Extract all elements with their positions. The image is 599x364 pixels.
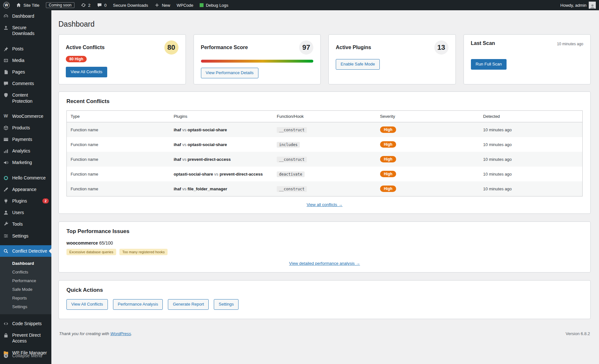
main-content: Dashboard Active Conflicts 80 80 High Vi… <box>51 10 599 364</box>
sidebar-item-media[interactable]: Media <box>0 55 51 66</box>
sidebar-item-plugins[interactable]: Plugins2 <box>0 195 51 207</box>
upload-icon <box>3 25 9 30</box>
updates-icon <box>81 3 86 8</box>
quick-action-generate-report[interactable]: Generate Report <box>168 299 209 310</box>
sidebar-item-label: Tools <box>12 221 49 227</box>
conflict-hook: deactivate <box>273 167 376 181</box>
submenu-item-settings[interactable]: Settings <box>0 302 51 311</box>
card-icon <box>3 136 9 142</box>
severity-badge: High <box>380 126 396 133</box>
table-row: Function nameihaf vs prevent-direct-acce… <box>67 152 583 167</box>
sidebar-item-comments[interactable]: Comments <box>0 78 51 89</box>
sidebar-item-settings[interactable]: Settings <box>0 230 51 242</box>
sidebar-item-collapse-menu[interactable]: Collapse Menu <box>0 350 51 361</box>
howdy-label: Howdy, admin <box>560 3 586 8</box>
sidebar-item-payments[interactable]: Payments <box>0 134 51 145</box>
sidebar-item-label: Code Snippets <box>12 321 49 326</box>
sidebar-item-label: Posts <box>12 46 49 52</box>
new-menu[interactable]: New <box>151 0 173 10</box>
performance-analysis-link[interactable]: View detailed performance analysis → <box>66 261 583 266</box>
submenu-item-reports[interactable]: Reports <box>0 294 51 302</box>
comments-icon <box>97 3 102 8</box>
sidebar-item-content-protection[interactable]: Content Protection <box>0 89 51 107</box>
sidebar-item-marketing[interactable]: Marketing <box>0 157 51 168</box>
sidebar-item-posts[interactable]: Posts <box>0 43 51 55</box>
submenu-item-conflicts[interactable]: Conflicts <box>0 268 51 276</box>
view-all-conflicts-link[interactable]: View all conflicts → <box>66 202 583 207</box>
page-title: Dashboard <box>58 20 591 29</box>
account-menu[interactable]: Howdy, admin <box>557 0 599 10</box>
column-header-severity: Severity <box>376 111 479 122</box>
sidebar-item-products[interactable]: Products <box>0 122 51 134</box>
sidebar-item-hello-commerce[interactable]: Hello Commerce <box>0 172 51 184</box>
wordpress-menu[interactable]: W <box>0 0 13 10</box>
wpcode-menu[interactable]: WPCode <box>173 0 196 10</box>
new-label: New <box>162 3 170 8</box>
quick-action-settings[interactable]: Settings <box>214 299 239 310</box>
debug-logs-menu[interactable]: Debug Logs <box>196 0 231 10</box>
comments-indicator[interactable]: 0 <box>94 0 110 10</box>
issue-tag-too-many-registered-hooks: Too many registered hooks <box>119 249 168 255</box>
sidebar-item-dashboard[interactable]: Dashboard <box>0 10 51 22</box>
conflict-plugins: ihaf vs file_folder_manager <box>170 181 273 196</box>
conflict-severity: High <box>376 152 479 167</box>
sidebar-item-secure-downloads[interactable]: Secure Downloads <box>0 22 51 39</box>
comment-icon <box>3 81 9 86</box>
conflict-plugins: ihaf vs prevent-direct-access <box>170 152 273 167</box>
wordpress-link[interactable]: WordPress <box>110 331 131 336</box>
sidebar-item-label: Settings <box>12 233 49 239</box>
sidebar-item-label: Payments <box>12 136 49 142</box>
quick-action-view-all-conflicts[interactable]: View All Conflicts <box>66 299 108 310</box>
conflict-severity: High <box>376 137 479 152</box>
dashboard-icon <box>3 13 9 19</box>
conflict-detected: 10 minutes ago <box>479 167 582 181</box>
conflict-hook: __construct <box>273 181 376 196</box>
updates-indicator[interactable]: 2 <box>78 0 94 10</box>
submenu-item-performance[interactable]: Performance <box>0 276 51 285</box>
conflict-plugins: ihaf vs optasti-social-share <box>170 122 273 137</box>
conflict-type: Function name <box>67 122 170 137</box>
performance-issues-panel: Top Performance Issues woocommerce 65/10… <box>58 221 591 273</box>
view-all-conflicts-button[interactable]: View All Conflicts <box>66 67 107 77</box>
tools-icon <box>3 221 9 227</box>
sidebar-item-users[interactable]: Users <box>0 207 51 218</box>
sidebar-item-label: Conflict Detective <box>12 248 49 254</box>
sidebar-item-woocommerce[interactable]: WWooCommerce <box>0 110 51 122</box>
site-title-link[interactable]: Site Title <box>13 0 43 10</box>
column-header-function-hook: Function/Hook <box>273 111 376 122</box>
active-plugins-card: Active Plugins 13 Enable Safe Mode <box>328 34 456 84</box>
plug-icon <box>3 198 9 204</box>
performance-plugin-score-value: 65/100 <box>99 240 113 246</box>
conflict-detected: 10 minutes ago <box>479 122 582 137</box>
sidebar-item-tools[interactable]: Tools <box>0 218 51 230</box>
footer-version: Version 6.8.2 <box>566 331 590 336</box>
last-scan-card: Last Scan 10 minutes ago Run Full Scan <box>464 34 591 84</box>
severity-badge: High <box>380 186 396 192</box>
collapse-icon <box>3 353 9 359</box>
conflict-plugins: ihaf vs optasti-social-share <box>170 137 273 152</box>
shield-icon <box>3 92 9 98</box>
view-performance-details-button[interactable]: View Performance Details <box>201 68 258 78</box>
card-title-active-plugins: Active Plugins <box>336 45 371 50</box>
performance-gradient-bar <box>201 60 314 63</box>
run-full-scan-button[interactable]: Run Full Scan <box>471 59 507 70</box>
sidebar-item-code-snippets[interactable]: Code Snippets <box>0 318 51 329</box>
sidebar-item-label: Media <box>12 57 49 63</box>
sidebar-item-prevent-direct-access[interactable]: Prevent Direct Access <box>0 329 51 347</box>
submenu-item-dashboard[interactable]: Dashboard <box>0 259 51 268</box>
sidebar-item-pages[interactable]: Pages <box>0 66 51 78</box>
pin-icon <box>3 46 9 52</box>
submenu-item-safe-mode[interactable]: Safe Mode <box>0 285 51 294</box>
sidebar-item-analytics[interactable]: Analytics <box>0 145 51 157</box>
sidebar-item-appearance[interactable]: Appearance <box>0 184 51 195</box>
secure-downloads-label: Secure Downloads <box>113 3 148 8</box>
performance-plugin-name: woocommerce <box>66 240 98 246</box>
sidebar-item-conflict-detective[interactable]: Conflict Detective <box>0 245 51 257</box>
quick-action-performance-analysis[interactable]: Performance Analysis <box>113 299 163 310</box>
enable-safe-mode-button[interactable]: Enable Safe Mode <box>336 59 380 70</box>
secure-downloads-menu[interactable]: Secure Downloads <box>110 0 151 10</box>
quick-actions-row: View All ConflictsPerformance AnalysisGe… <box>66 299 583 310</box>
column-header-plugins: Plugins <box>170 111 273 122</box>
sidebar-menu: DashboardSecure DownloadsPostsMediaPages… <box>0 10 51 359</box>
footer-period: . <box>131 331 132 336</box>
